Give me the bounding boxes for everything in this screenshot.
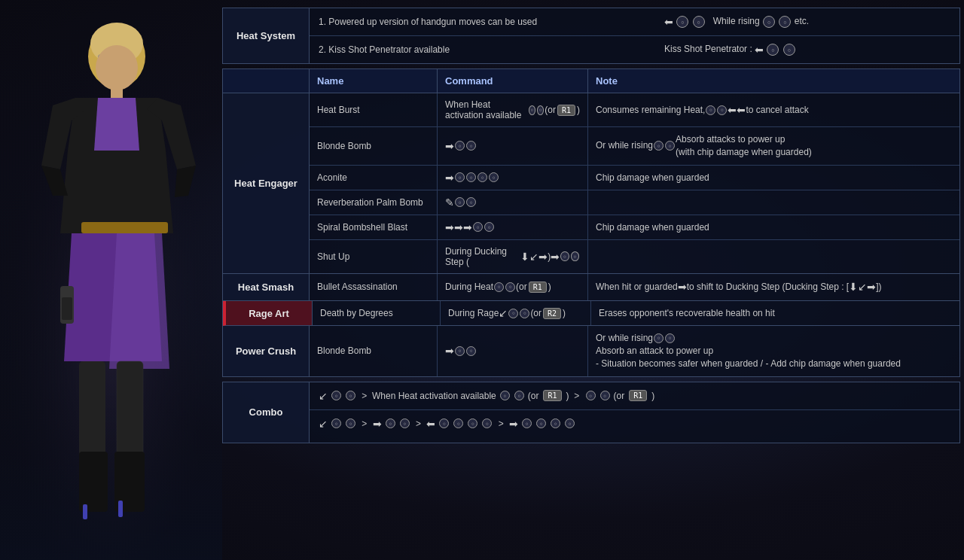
arr-rt2-c2: ➡ xyxy=(509,418,518,430)
c1-2: ○ xyxy=(346,391,355,400)
move-heat-burst: Heat Burst When Heat activation availabl… xyxy=(310,93,959,127)
nb-1: ○ xyxy=(654,141,664,151)
th-command: Command xyxy=(438,69,588,93)
pc-4: ○ xyxy=(665,333,675,343)
svg-point-7 xyxy=(96,45,138,90)
combo-panel: Combo ↙ ○ ○ > When Heat activation avail… xyxy=(222,382,960,443)
key-r1-c2: R1 xyxy=(629,390,647,401)
th-spacer xyxy=(223,69,310,93)
nc-1: ○ xyxy=(706,105,715,115)
svg-rect-8 xyxy=(81,222,168,233)
combo-row-2: ↙ ○ ○ > ➡ ○ ○ > ⬅ ○ ○ ○ ○ > ➡ ○ ○ xyxy=(310,410,959,437)
arr-dn-1: ⬇ xyxy=(520,251,529,263)
heat-system-content: 1. Powered up version of handgun moves c… xyxy=(310,8,959,63)
c1-6: ○ xyxy=(600,391,610,400)
key-r1-c1: R1 xyxy=(543,390,561,401)
move-name-rev-palm: Reverberation Palm Bomb xyxy=(310,190,438,215)
table-header: Name Command Note xyxy=(223,69,959,93)
move-cmd-blonde-bomb-1: ➡ ○ ○ xyxy=(438,127,588,165)
move-name-aconite: Aconite xyxy=(310,166,438,190)
heat-sys-cmd-2: Kiss Shot Penetrator : ⬅ ○ ○ xyxy=(664,44,950,56)
ra-2: ○ xyxy=(520,309,529,318)
move-name-shut-up: Shut Up xyxy=(310,240,438,273)
arr-dl-1: ↙ xyxy=(529,251,538,263)
power-crush-moves: Blonde Bomb ➡ ○ ○ Or while rising ○ ○ Ab… xyxy=(310,326,959,376)
c2-1: ○ xyxy=(331,418,341,428)
heat-smash-section: Heat Smash Bullet Assassination During H… xyxy=(223,274,959,302)
combo-section: Combo ↙ ○ ○ > When Heat activation avail… xyxy=(223,382,959,443)
heat-system-row-1: Heat System 1. Powered up version of han… xyxy=(223,8,959,63)
move-note-spiral: Chip damage when guarded xyxy=(588,215,959,239)
c1-5: ○ xyxy=(586,391,596,400)
move-note-bullet: When hit or guarded ➡ to shift to Duckin… xyxy=(588,274,959,301)
rp-2: ○ xyxy=(466,197,476,207)
move-note-blonde-bomb-2: Or while rising ○ ○ Absorb an attack to … xyxy=(588,326,959,376)
svg-rect-10 xyxy=(79,452,108,512)
combo-label: Combo xyxy=(223,382,310,443)
arrow-left-icon-2: ⬅ xyxy=(755,44,764,56)
arr-dl-c2: ↙ xyxy=(319,418,328,430)
power-crush-section: Power Crush Blonde Bomb ➡ ○ ○ Or while r… xyxy=(223,326,959,376)
move-name-spiral: Spiral Bombshell Blast xyxy=(310,215,438,239)
arr-dn-hs: ⬇ xyxy=(849,280,858,295)
arr-r-1: ➡ xyxy=(445,221,454,233)
key-r1-2: R1 xyxy=(529,282,547,293)
pencil-icon: ✎ xyxy=(445,196,454,208)
circle-btn-3: ○ xyxy=(763,16,775,28)
c1-3: ○ xyxy=(500,391,510,400)
heat-sys-row-2: 2. Kiss Shot Penetrator available Kiss S… xyxy=(310,36,959,63)
moves-panel: Name Command Note Heat Engager Heat Burs… xyxy=(222,68,960,377)
arr-rt-pc: ➡ xyxy=(445,345,454,357)
move-name-blonde-bomb-1: Blonde Bomb xyxy=(310,127,438,165)
c1-4: ○ xyxy=(514,391,524,400)
heat-sys-row-1: 1. Powered up version of handgun moves c… xyxy=(310,8,959,36)
c2-11: ○ xyxy=(551,418,560,428)
move-name-heat-burst: Heat Burst xyxy=(310,93,438,126)
btn-circle-sm-2: ○ xyxy=(537,105,544,115)
move-blonde-bomb-1: Blonde Bomb ➡ ○ ○ Or while rising ○ ○ Ab… xyxy=(310,127,959,166)
power-crush-label: Power Crush xyxy=(223,326,310,376)
move-cmd-spiral: ➡ ➡ ➡ ○ ○ xyxy=(438,215,588,239)
heat-system-label: Heat System xyxy=(223,8,310,63)
rage-art-moves: Death by Degrees During Rage ↙ ○ ○ (or R… xyxy=(313,301,959,325)
arr-r-3: ➡ xyxy=(463,221,472,233)
c2-5: ○ xyxy=(439,418,449,428)
bb-btn-1: ○ xyxy=(455,141,465,151)
heat-sys-cmd-1: ⬅ ○ ○ While rising ○ ○ etc. xyxy=(664,16,950,28)
heat-sys-text-1: 1. Powered up version of handgun moves c… xyxy=(319,17,537,27)
sp-1: ○ xyxy=(473,222,483,232)
key-r2: R2 xyxy=(543,308,561,319)
ac-4: ○ xyxy=(489,172,499,182)
circle-btn-1: ○ xyxy=(676,16,688,28)
arr-left-2: ⬅ xyxy=(737,104,746,116)
arr-dl-ra: ↙ xyxy=(499,307,508,319)
c2-3: ○ xyxy=(386,418,395,428)
rage-art-section: Rage Art Death by Degrees During Rage ↙ … xyxy=(223,301,959,326)
btn-circle-sm-1: ○ xyxy=(529,105,535,115)
move-cmd-blonde-bomb-2: ➡ ○ ○ xyxy=(438,326,588,376)
move-bullet-assassination: Bullet Assassination During Heat ○ ○ (or… xyxy=(310,274,959,301)
c2-7: ○ xyxy=(468,418,477,428)
move-note-rev-palm xyxy=(588,190,959,215)
c2-12: ○ xyxy=(565,418,575,428)
move-blonde-bomb-2: Blonde Bomb ➡ ○ ○ Or while rising ○ ○ Ab… xyxy=(310,326,959,376)
arr-lt-c2: ⬅ xyxy=(426,418,435,430)
th-name: Name xyxy=(310,69,438,93)
svg-rect-14 xyxy=(83,504,87,519)
heat-smash-moves: Bullet Assassination During Heat ○ ○ (or… xyxy=(310,274,959,301)
move-cmd-aconite: ➡ ○ ○ ○ ○ xyxy=(438,166,588,190)
arr-rt-1: ➡ xyxy=(538,251,548,263)
move-note-heat-burst: Consumes remaining Heat, ○ ○ ⬅ ⬅ to canc… xyxy=(588,93,959,126)
move-cmd-shut-up: During Ducking Step ( ⬇ ↙ ➡ ) ➡ ○ ○ xyxy=(438,240,588,273)
character-area xyxy=(0,0,222,560)
arr-rt-hs: ➡ xyxy=(678,280,687,295)
hs-2: ○ xyxy=(505,282,515,292)
heat-engager-label: Heat Engager xyxy=(223,93,310,273)
sp-2: ○ xyxy=(484,222,494,232)
arr-left-1: ⬅ xyxy=(728,104,737,116)
pc-1: ○ xyxy=(455,346,465,356)
arrow-left-icon: ⬅ xyxy=(664,16,673,28)
th-note: Note xyxy=(588,69,959,93)
heat-smash-label: Heat Smash xyxy=(223,274,310,301)
move-note-shut-up xyxy=(588,240,959,273)
